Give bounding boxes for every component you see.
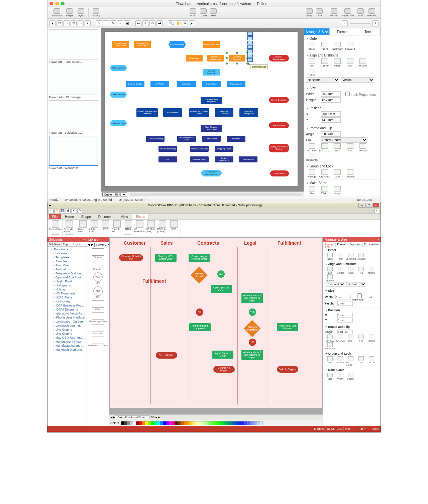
order-backward-button[interactable]: Backward [331,42,343,50]
shape[interactable]: Analytics/ Intelligence [239,108,258,117]
swatch[interactable] [154,421,157,425]
panel-tab-layers[interactable]: Layers [72,242,83,246]
shape[interactable]: Intranet Syndication/ Wikis [189,108,209,117]
swatch[interactable] [193,421,196,425]
shape[interactable]: Business Tools Integration [201,97,222,104]
distribute-tool-icon[interactable]: ⇕ [142,20,148,26]
rot-cw-button[interactable]: 90° CW [325,335,335,342]
tree-node[interactable]: Mac OS X User Interface [48,336,86,340]
tree-node[interactable]: IDEF0 Diagrams [48,307,86,311]
hypernote-button[interactable]: Hypernote [340,8,355,17]
palette-shape[interactable] [247,49,253,53]
layers-button[interactable]: Layers [76,8,86,17]
shape[interactable]: Art Works [150,81,169,87]
rotate-cw-button[interactable]: 90° CW [306,143,318,152]
swatch[interactable] [166,421,169,425]
close-button[interactable]: × [372,203,379,208]
group-button[interactable]: Group [306,169,318,178]
align-middle-button[interactable]: Middle [366,267,377,274]
qat-menu-icon[interactable]: ▾ [374,209,379,213]
tree-node[interactable]: Manufacturing and Maintenance [48,344,86,348]
crop-tool-icon[interactable]: ▣ [124,20,130,26]
shape[interactable]: Inventory/ Fulfilment [215,108,233,117]
palette-shape[interactable] [247,32,253,36]
tree-node[interactable]: Interactive Voice Response Diagrams [48,311,86,316]
ribbon-eps-button[interactable]: EPS [100,220,111,233]
pin-select[interactable]: Center-Center [321,137,367,143]
flip-button[interactable]: Flip [356,335,366,342]
swatch[interactable] [196,421,199,425]
rotate-ccw-button[interactable]: 90° CCW [319,143,331,152]
align-bottom-button[interactable]: Bottom [325,274,335,282]
swatch[interactable] [178,421,181,425]
tab-text[interactable]: Text [355,28,381,35]
shape[interactable]: SEO-Keywords & code [177,136,196,142]
swatch[interactable] [157,421,160,425]
palette-shape[interactable] [247,36,253,40]
shape[interactable]: Meeting and Consultation [112,41,129,48]
tree-node[interactable]: Holiday [48,287,86,291]
pointer-tool-icon[interactable]: ▲ [49,20,56,26]
align-left-button[interactable]: Left [325,267,335,274]
qat-open-icon[interactable]: 📁 [55,209,59,213]
zoom-in-icon[interactable]: + [372,20,379,26]
shape[interactable]: Quality Assurance & Testing [269,144,289,152]
tree-node[interactable]: Samples [48,259,86,263]
unlock-button[interactable]: UnLock [366,356,377,366]
grid-button[interactable]: Grid [315,8,324,17]
pages-button[interactable]: Pages [65,8,75,17]
canvas[interactable]: Meeting and Consultation Proposal and Sp… [105,32,298,186]
shape[interactable]: Site Launch [270,170,289,176]
shape[interactable]: Information Architecture [207,55,224,61]
canvas2[interactable]: Customer Sales Contracts Legal Fulfillme… [110,238,322,408]
shape[interactable]: Customer Submits PO [119,254,143,261]
shape[interactable]: Attorney Marks It NO, Returns to Agent [241,350,263,360]
rot-180-button[interactable]: 180 ° [346,335,356,342]
same-height-button[interactable]: Height [346,373,356,380]
qat-save-icon[interactable]: 💾 [60,209,65,213]
shape[interactable]: Order Is Shipped [277,366,298,373]
tree-node[interactable]: Line Graphs [48,332,86,336]
library-item[interactable]: YESYES [88,272,108,284]
angle-input[interactable] [321,131,341,137]
y-input[interactable] [321,117,341,123]
shape[interactable]: YES [249,308,256,316]
same-size-button[interactable]: Size [325,373,335,380]
distribute-v[interactable]: Vertical [346,282,366,286]
order-front-button[interactable]: Front [319,42,331,50]
x-input[interactable] [321,111,341,117]
insp-tab-presentation[interactable]: Presentation [363,242,381,247]
library-button[interactable]: Library [91,8,101,17]
align-left-button[interactable]: Left [306,58,318,67]
ribbon-ppt-button[interactable]: MS PowerPoint [134,220,145,233]
shape[interactable]: Kick-off meeting [169,41,186,48]
library-item[interactable]: NONO [88,286,108,298]
shape[interactable]: Photography [227,81,245,87]
anchor-tool-icon[interactable]: ✛ [117,20,123,26]
connector-tool-icon[interactable]: ↘ [96,20,102,26]
ribbon-tab-document[interactable]: Document [95,214,117,219]
shape[interactable]: Content Assembly [203,69,220,76]
shape[interactable]: Wireframes [186,55,203,61]
zoom-icon[interactable] [61,2,65,5]
shape[interactable]: Auction/ Clearance [190,146,209,152]
swatch[interactable] [124,421,127,425]
swatch[interactable] [253,421,256,425]
tree-node[interactable]: Ice Hockey [48,299,86,303]
shape[interactable]: Client Approve [110,65,127,71]
swatch[interactable] [190,421,193,425]
tree-node[interactable]: iPhone User Interface [48,316,86,320]
flip-tool-icon[interactable]: ⇄ [156,20,163,26]
tree-node[interactable]: Flowcharts [48,247,86,251]
swatch[interactable] [133,421,136,425]
ribbon-flash-button[interactable]: Adobe Flash [78,220,88,233]
ungroup-button[interactable]: UnGroup [335,356,345,366]
swatch[interactable] [148,421,151,425]
shape[interactable]: Server & Hosting [269,97,289,103]
rotate-tool-icon[interactable]: ↻ [149,20,155,26]
ungroup-button[interactable]: UnGroup [319,169,331,178]
shape[interactable]: Design Templates [203,41,220,48]
tree-node[interactable]: Libraries [48,251,86,255]
swatch[interactable] [121,421,124,425]
shape[interactable]: Usability [227,136,245,142]
